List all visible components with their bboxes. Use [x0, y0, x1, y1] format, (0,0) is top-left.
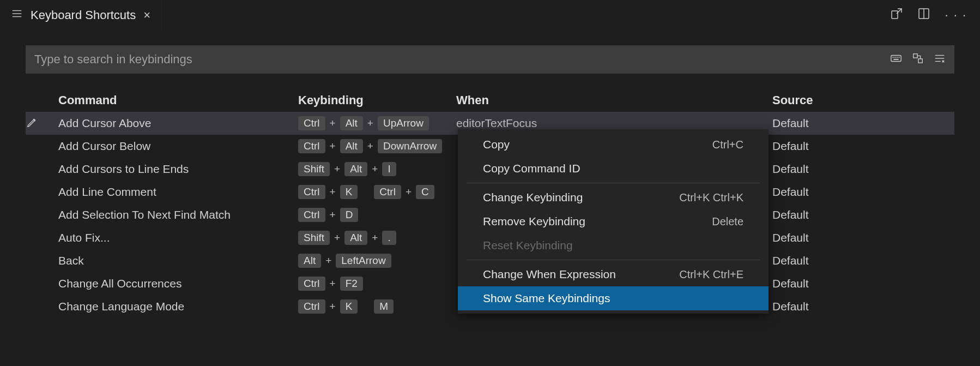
key-separator: +: [406, 186, 412, 198]
keybinding-cell: Ctrl+Alt+UpArrow: [298, 116, 456, 130]
key-token: Alt: [344, 231, 367, 245]
keybinding-cell: Ctrl+F2: [298, 277, 456, 291]
key-token: Ctrl: [298, 139, 325, 153]
keybinding-cell: Shift+Alt+.: [298, 231, 456, 245]
tab-title: Keyboard Shortcuts: [31, 8, 136, 22]
header-when[interactable]: When: [456, 93, 772, 107]
key-separator: +: [334, 232, 340, 244]
context-menu-item[interactable]: Copy Command ID: [458, 157, 769, 181]
key-token: F2: [340, 277, 363, 291]
source-cell: Default: [772, 254, 949, 267]
key-token: UpArrow: [378, 116, 429, 130]
header-keybinding[interactable]: Keybinding: [298, 93, 456, 107]
key-token: Ctrl: [298, 185, 325, 199]
context-menu-separator: [467, 183, 760, 183]
key-token: Ctrl: [298, 116, 325, 130]
search-input[interactable]: [34, 52, 890, 67]
source-cell: Default: [772, 140, 949, 153]
tab-keyboard-shortcuts[interactable]: Keyboard Shortcuts ×: [0, 0, 162, 30]
key-token: .: [382, 231, 396, 245]
context-menu-label: Reset Keybinding: [483, 239, 573, 252]
edit-icon[interactable]: [26, 116, 39, 129]
svg-rect-11: [893, 58, 898, 59]
search-bar: [26, 45, 954, 74]
context-menu-label: Show Same Keybindings: [483, 292, 610, 305]
context-menu-item[interactable]: CopyCtrl+C: [458, 133, 769, 157]
key-token: Alt: [340, 139, 363, 153]
keybinding-cell: Alt+LeftArrow: [298, 254, 456, 268]
context-menu-item: Reset Keybinding: [458, 233, 769, 257]
command-cell: Add Cursors to Line Ends: [58, 163, 298, 176]
command-cell: Add Selection To Next Find Match: [58, 208, 298, 221]
source-cell: Default: [772, 117, 949, 130]
open-json-icon[interactable]: [890, 7, 903, 23]
svg-rect-12: [914, 53, 917, 57]
command-cell: Back: [58, 254, 298, 267]
context-menu-shortcut: Delete: [712, 215, 743, 228]
context-menu-item[interactable]: Change When ExpressionCtrl+K Ctrl+E: [458, 262, 769, 286]
keybinding-cell: Ctrl+KCtrl+C: [298, 185, 456, 199]
context-menu-separator: [467, 260, 760, 260]
svg-rect-8: [894, 57, 896, 58]
key-token: I: [382, 162, 396, 176]
key-token: C: [416, 185, 434, 199]
source-cell: Default: [772, 163, 949, 176]
key-token: M: [374, 299, 394, 314]
context-menu-shortcut: Ctrl+K Ctrl+K: [679, 191, 743, 204]
key-token: Alt: [340, 116, 363, 130]
keybinding-cell: Ctrl+D: [298, 208, 456, 222]
key-token: K: [340, 185, 358, 199]
key-separator: +: [330, 301, 336, 313]
context-menu: CopyCtrl+CCopy Command IDChange Keybindi…: [458, 129, 769, 314]
context-menu-item[interactable]: Change KeybindingCtrl+K Ctrl+K: [458, 185, 769, 209]
key-token: Ctrl: [298, 208, 325, 222]
key-token: Shift: [298, 231, 330, 245]
command-cell: Add Line Comment: [58, 185, 298, 199]
key-separator: +: [372, 232, 378, 244]
context-menu-label: Copy Command ID: [483, 162, 580, 175]
key-separator: +: [367, 117, 373, 129]
record-keys-icon[interactable]: [890, 52, 902, 67]
header-source[interactable]: Source: [772, 93, 949, 107]
command-cell: Change All Occurrences: [58, 277, 298, 290]
key-token: Shift: [298, 162, 330, 176]
context-menu-item[interactable]: Show Same Keybindings: [458, 286, 769, 310]
clear-search-icon[interactable]: [934, 52, 946, 67]
key-token: K: [340, 299, 358, 314]
header-command[interactable]: Command: [58, 93, 298, 107]
key-separator: +: [325, 255, 331, 267]
svg-rect-6: [891, 55, 901, 61]
context-menu-item[interactable]: Remove KeybindingDelete: [458, 209, 769, 233]
key-separator: +: [372, 163, 378, 175]
sort-precedence-icon[interactable]: [912, 52, 924, 67]
split-editor-icon[interactable]: [917, 7, 930, 23]
command-cell: Auto Fix...: [58, 231, 298, 244]
source-cell: Default: [772, 277, 949, 290]
key-token: Alt: [298, 254, 321, 268]
command-cell: Add Cursor Above: [58, 117, 298, 130]
svg-rect-7: [893, 57, 894, 58]
key-token: DownArrow: [378, 139, 442, 153]
close-icon[interactable]: ×: [143, 8, 150, 22]
more-actions-icon[interactable]: · · ·: [945, 8, 967, 22]
key-token: Ctrl: [298, 299, 325, 314]
context-menu-label: Change When Expression: [483, 268, 616, 281]
source-cell: Default: [772, 231, 949, 244]
key-separator: +: [334, 163, 340, 175]
svg-rect-10: [899, 57, 900, 58]
context-menu-label: Change Keybinding: [483, 191, 583, 204]
svg-rect-3: [892, 11, 898, 19]
key-token: LeftArrow: [336, 254, 391, 268]
key-token: Alt: [344, 162, 367, 176]
svg-rect-9: [897, 57, 898, 58]
menu-icon: [11, 8, 23, 22]
key-token: Ctrl: [374, 185, 401, 199]
key-separator: +: [330, 209, 336, 221]
key-token: Ctrl: [298, 277, 325, 291]
key-separator: +: [330, 140, 336, 152]
svg-rect-13: [918, 58, 922, 62]
keybinding-cell: Ctrl+Alt+DownArrow: [298, 139, 456, 153]
source-cell: Default: [772, 208, 949, 221]
context-menu-shortcut: Ctrl+C: [712, 139, 743, 151]
source-cell: Default: [772, 300, 949, 313]
